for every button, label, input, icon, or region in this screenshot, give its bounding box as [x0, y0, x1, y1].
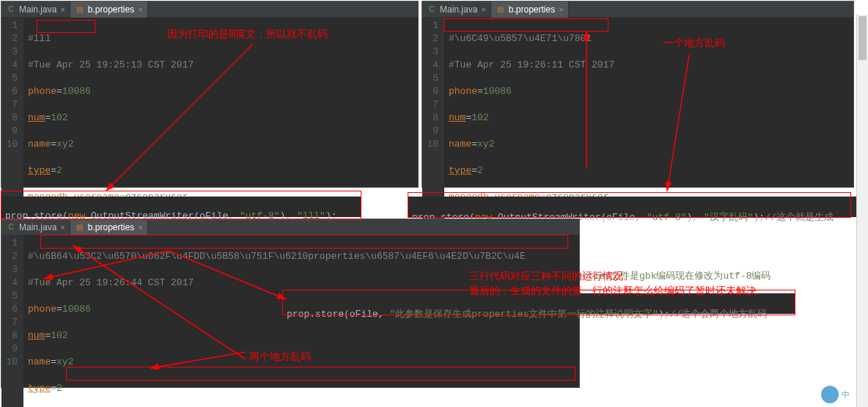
close-icon[interactable]: ×	[559, 5, 563, 14]
properties-icon: ▤	[75, 222, 85, 232]
tab-bar: CMain.java× ▤b.properties×	[1, 219, 579, 235]
tab-label: b.properties	[509, 4, 555, 15]
tab-bar: CMain.java× ▤b.properties×	[422, 1, 853, 18]
watermark-icon	[821, 386, 839, 403]
tab-properties[interactable]: ▤b.properties×	[491, 1, 569, 18]
tab-label: b.properties	[88, 4, 134, 15]
close-icon[interactable]: ×	[481, 5, 485, 14]
editor-panel-1: CMain.java× ▤b.properties× 12345678910 #…	[1, 1, 419, 188]
editor-panel-2: CMain.java× ▤b.properties× 12345678910 #…	[422, 1, 854, 188]
watermark: 中	[821, 386, 850, 403]
tab-label: Main.java	[19, 4, 56, 15]
tab-label: b.properties	[88, 222, 134, 232]
tab-bar: CMain.java× ▤b.properties×	[1, 1, 418, 18]
close-icon[interactable]: ×	[138, 5, 142, 14]
tab-label: Main.java	[440, 4, 477, 15]
java-icon: C	[6, 4, 16, 15]
scrollbar[interactable]	[856, 15, 868, 407]
tab-main-java[interactable]: CMain.java×	[1, 219, 70, 235]
code-content[interactable]: #\u6B64\u53C2\u6570\u662F\u4FDD\u5B58\u7…	[23, 235, 579, 407]
java-icon: C	[6, 222, 16, 232]
code-snippet-3: prop.store(oFile, "此参数是保存生成properties文件中…	[282, 293, 795, 314]
close-icon[interactable]: ×	[60, 5, 65, 14]
java-icon: C	[427, 4, 437, 15]
properties-icon: ▤	[496, 4, 506, 15]
close-icon[interactable]: ×	[138, 223, 142, 232]
code-area[interactable]: 12345678910 #\u6B64\u53C2\u6570\u662F\u4…	[1, 235, 579, 407]
line-gutter: 12345678910	[1, 235, 23, 407]
code-snippet-1: prop.store(new OutputStreamWriter(oFile,…	[1, 197, 361, 217]
code-snippet-2: prop.store(new OutputStreamWriter(oFile,…	[408, 197, 862, 217]
properties-icon: ▤	[75, 4, 85, 15]
tab-properties[interactable]: ▤b.properties×	[70, 1, 148, 18]
tab-main-java[interactable]: CMain.java×	[1, 1, 70, 18]
tab-properties[interactable]: ▤b.properties×	[70, 219, 148, 235]
tab-main-java[interactable]: CMain.java×	[422, 1, 491, 18]
close-icon[interactable]: ×	[60, 223, 65, 232]
scroll-thumb[interactable]	[858, 16, 867, 60]
tab-label: Main.java	[19, 222, 56, 232]
